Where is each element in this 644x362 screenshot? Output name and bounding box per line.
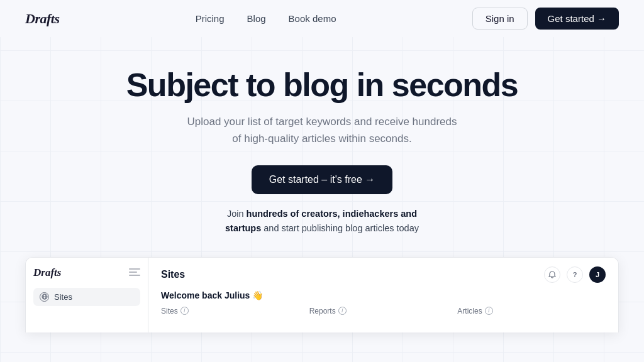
- app-main-header: Sites ? J: [161, 266, 606, 283]
- app-preview: Drafts Sites Sites: [25, 257, 619, 332]
- globe-icon: [40, 292, 49, 302]
- table-headers: Sites i Reports i Articles i: [161, 307, 606, 315]
- hero-cta-button[interactable]: Get started – it's free →: [252, 165, 392, 194]
- app-main-icons: ? J: [544, 266, 606, 283]
- bell-icon[interactable]: [544, 266, 560, 283]
- welcome-text: Welcome back Julius 👋: [161, 290, 606, 300]
- getstarted-nav-button[interactable]: Get started →: [535, 8, 619, 30]
- sidebar-toggle-icon[interactable]: [129, 268, 140, 277]
- nav-link-blog[interactable]: Blog: [247, 13, 266, 24]
- hero-subtitle-line1: Upload your list of target keywords and …: [187, 116, 457, 128]
- sidebar-item-sites-label: Sites: [54, 292, 72, 302]
- hero-title: Subject to blog in seconds: [25, 67, 619, 103]
- logo: Drafts: [25, 11, 59, 27]
- sidebar-logo-text: Drafts: [33, 266, 61, 279]
- navbar: Drafts Pricing Blog Book demo Sign in Ge…: [0, 0, 644, 37]
- table-col-articles: Articles i: [457, 307, 606, 315]
- app-main-title: Sites: [161, 269, 185, 280]
- table-col-reports: Reports i: [309, 307, 458, 315]
- table-col-articles-label: Articles: [457, 307, 482, 315]
- signin-button[interactable]: Sign in: [472, 8, 528, 30]
- sidebar-item-sites[interactable]: Sites: [33, 288, 140, 306]
- nav-actions: Sign in Get started →: [472, 8, 619, 30]
- nav-link-bookdemo[interactable]: Book demo: [289, 13, 336, 24]
- reports-info-icon[interactable]: i: [338, 307, 347, 315]
- hero-subtitle-line2: of high-quality articles within seconds.: [232, 133, 411, 145]
- nav-link-pricing[interactable]: Pricing: [196, 13, 225, 24]
- table-col-reports-label: Reports: [309, 307, 336, 315]
- app-sidebar: Drafts Sites: [26, 258, 148, 332]
- hero-section: Subject to blog in seconds Upload your l…: [0, 37, 644, 251]
- help-icon[interactable]: ?: [567, 266, 583, 283]
- table-col-sites: Sites i: [161, 307, 309, 315]
- user-avatar[interactable]: J: [589, 266, 606, 283]
- articles-info-icon[interactable]: i: [485, 307, 493, 315]
- sites-info-icon[interactable]: i: [180, 307, 189, 315]
- help-icon-text: ?: [573, 271, 577, 278]
- sidebar-logo: Drafts: [33, 266, 140, 279]
- social-proof-bold: hundreds of creators, indiehackers andst…: [225, 209, 417, 233]
- nav-links: Pricing Blog Book demo: [196, 13, 336, 24]
- table-col-sites-label: Sites: [161, 307, 178, 315]
- hero-social-proof: Join hundreds of creators, indiehackers …: [25, 207, 619, 236]
- hero-subtitle: Upload your list of target keywords and …: [25, 113, 619, 147]
- app-main: Sites ? J Welcome back Julius 👋 Sites i: [148, 258, 618, 332]
